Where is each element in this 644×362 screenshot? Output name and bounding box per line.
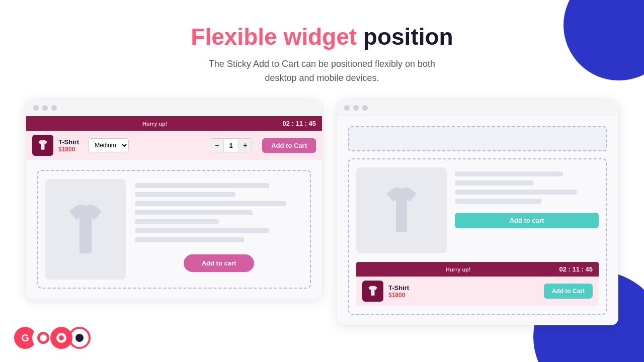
left-browser-body: Add to cart: [26, 160, 322, 299]
product-name-left: T-Shirt: [58, 138, 79, 146]
right-text-area: Add to cart: [455, 167, 599, 253]
timer-left: 02 : 11 : 45: [283, 120, 316, 127]
variant-select-left[interactable]: Medium Small Large: [88, 138, 129, 152]
browser-dot-2: [42, 105, 48, 111]
widgets-row: Hurry up! 02 : 11 : 45 T-Shirt $1800 Med…: [26, 100, 618, 325]
sticky-product-area-left: T-Shirt $1800 Medium Small Large − + Add…: [26, 131, 322, 160]
right-top-placeholder: [348, 126, 607, 151]
left-dashed-border: Add to cart: [37, 170, 311, 289]
subtitle: The Sticky Add to Cart can be positioned…: [209, 57, 435, 86]
right-browser-dot-1: [344, 105, 350, 111]
sticky-bottom-wrapper: Hurry up! 02 : 11 : 45 T-Shirt: [356, 262, 599, 306]
add-to-cart-page-left[interactable]: Add to cart: [184, 254, 255, 272]
add-to-cart-top-left[interactable]: Add to Cart: [262, 138, 316, 153]
text-line-1: [135, 183, 269, 188]
left-shirt-img: [45, 179, 126, 280]
right-browser-topbar: [337, 100, 618, 116]
left-browser-topbar: [26, 100, 322, 116]
headline-dark-part: position: [357, 24, 453, 50]
headline-colored-part: Flexible widget: [191, 24, 357, 50]
hurry-label-left: Hurry up!: [32, 121, 278, 127]
right-browser-dot-2: [353, 105, 359, 111]
hurry-label-right: Hurry up!: [362, 266, 554, 273]
main-headline: Flexible widget position: [191, 24, 453, 50]
left-text-lines: Add to cart: [135, 179, 303, 280]
right-text-line-2: [455, 180, 534, 186]
product-price-right: $1800: [388, 292, 409, 299]
right-browser-body: Add to cart Hurry up! 02 : 11 : 45: [337, 116, 618, 325]
text-line-2: [135, 192, 235, 197]
product-thumb-right: [362, 281, 383, 302]
sticky-bar-top: Hurry up! 02 : 11 : 45: [26, 116, 322, 131]
logo-inner-o3: [75, 334, 84, 342]
browser-dot-1: [33, 105, 39, 111]
logo-letter-o3: [68, 327, 91, 349]
text-line-4: [135, 210, 253, 215]
logo-inner-o2: [56, 333, 66, 343]
right-shirt-img: [356, 167, 447, 253]
product-name-right: T-Shirt: [388, 284, 409, 292]
sticky-product-area-right: T-Shirt $1800 Add to Cart: [356, 277, 599, 306]
text-line-7: [135, 237, 244, 242]
sticky-bar-bottom-top: Hurry up! 02 : 11 : 45: [356, 262, 599, 277]
right-browser-dot-3: [362, 105, 368, 111]
right-text-line-3: [455, 190, 577, 195]
qty-plus-left[interactable]: +: [238, 139, 252, 152]
qty-input-left[interactable]: [223, 139, 238, 152]
right-dashed-border: Add to cart Hurry up! 02 : 11 : 45: [348, 158, 607, 315]
text-line-5: [135, 219, 219, 224]
add-to-cart-page-right[interactable]: Add to cart: [455, 213, 599, 228]
product-price-left: $1800: [58, 146, 79, 153]
timer-right: 02 : 11 : 45: [559, 265, 593, 273]
left-page-mockup: Add to cart: [45, 179, 303, 280]
product-info-right: T-Shirt $1800: [388, 284, 409, 299]
add-to-cart-bottom-right[interactable]: Add to Cart: [544, 284, 593, 299]
qty-selector-left: − +: [210, 138, 252, 152]
product-info-left: T-Shirt $1800: [58, 138, 79, 153]
browser-dot-3: [51, 105, 57, 111]
left-browser: Hurry up! 02 : 11 : 45 T-Shirt $1800 Med…: [26, 100, 323, 299]
qty-minus-left[interactable]: −: [210, 139, 223, 152]
text-line-3: [135, 201, 286, 206]
product-thumb-left: [32, 135, 53, 156]
right-text-line-1: [455, 171, 563, 176]
text-line-6: [135, 228, 269, 233]
right-text-line-4: [455, 199, 541, 204]
right-browser: Add to cart Hurry up! 02 : 11 : 45: [337, 100, 618, 325]
right-page-mockup: Add to cart: [356, 167, 599, 253]
logo-inner-o1: [37, 332, 49, 344]
gooo-logo: G: [14, 327, 91, 349]
